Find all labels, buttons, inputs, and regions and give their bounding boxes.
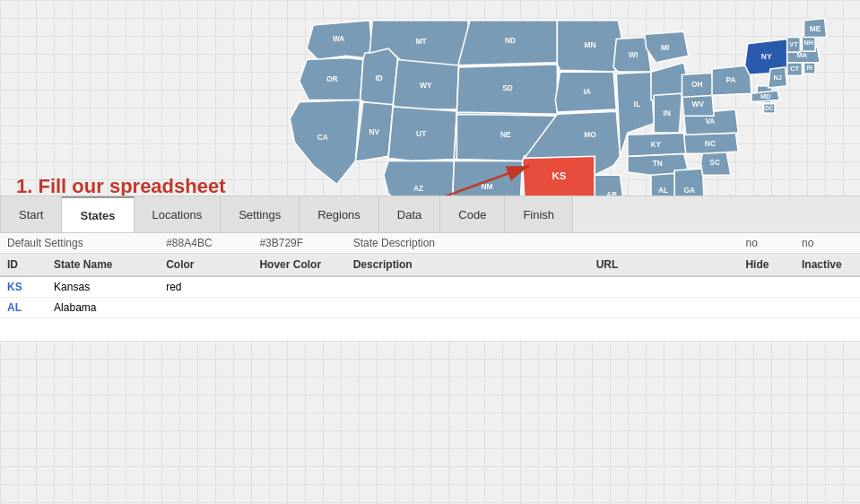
header-state-name: State Name xyxy=(47,254,159,277)
state-MN[interactable] xyxy=(557,21,622,73)
state-WA[interactable] xyxy=(307,21,372,60)
tab-locations[interactable]: Locations xyxy=(135,196,222,232)
tab-finish[interactable]: Finish xyxy=(505,196,573,232)
tab-settings[interactable]: Settings xyxy=(221,196,300,232)
state-UT[interactable] xyxy=(388,107,456,161)
default-hover-color: #3B729F xyxy=(252,233,345,254)
state-NV[interactable] xyxy=(355,102,393,161)
default-url xyxy=(589,233,739,254)
state-OR[interactable] xyxy=(300,57,363,100)
states-table: Default Settings #88A4BC #3B729F State D… xyxy=(0,233,860,318)
row-url-ks[interactable] xyxy=(589,276,739,298)
row-desc-al[interactable] xyxy=(346,298,589,318)
default-description: State Description xyxy=(346,233,589,254)
state-NJ[interactable] xyxy=(769,67,787,88)
state-ID[interactable] xyxy=(361,48,398,109)
header-color: Color xyxy=(159,254,252,277)
row-hide-al[interactable] xyxy=(738,298,795,318)
row-desc-ks[interactable] xyxy=(346,276,589,298)
row-inactive-ks[interactable] xyxy=(795,276,860,298)
state-KS[interactable] xyxy=(523,154,595,198)
default-settings-row: Default Settings #88A4BC #3B729F State D… xyxy=(0,233,860,254)
state-RI[interactable] xyxy=(804,63,816,74)
header-url: URL xyxy=(589,254,739,277)
tab-code[interactable]: Code xyxy=(440,196,505,232)
header-inactive: Inactive xyxy=(795,254,860,277)
header-description: Description xyxy=(346,254,589,277)
default-inactive: no xyxy=(795,233,860,254)
row-hover-al[interactable] xyxy=(252,298,345,318)
state-DC[interactable] xyxy=(764,104,776,113)
tab-data[interactable]: Data xyxy=(379,196,440,232)
table-row: AL Alabama xyxy=(0,298,860,318)
row-hide-ks[interactable] xyxy=(738,276,795,298)
row-color-al[interactable] xyxy=(159,298,252,318)
state-OH[interactable] xyxy=(682,73,715,97)
state-IN[interactable] xyxy=(654,93,682,133)
header-hover-color: Hover Color xyxy=(252,254,345,277)
table-row: KS Kansas red xyxy=(0,276,860,298)
tab-start[interactable]: Start xyxy=(0,196,62,232)
state-VT[interactable] xyxy=(787,37,801,52)
row-id-ks[interactable]: KS xyxy=(0,276,47,298)
state-IA[interactable] xyxy=(555,72,616,112)
row-id-al[interactable]: AL xyxy=(0,298,47,318)
row-color-ks[interactable]: red xyxy=(159,276,252,298)
table-header: ID State Name Color Hover Color Descript… xyxy=(0,254,860,277)
tab-regions[interactable]: Regions xyxy=(300,196,379,232)
row-name-ks: Kansas xyxy=(47,276,159,298)
tabs-container: Start States Locations Settings Regions … xyxy=(0,196,860,233)
states-table-container: Default Settings #88A4BC #3B729F State D… xyxy=(0,233,860,341)
state-CA[interactable] xyxy=(290,100,360,185)
state-KY[interactable] xyxy=(628,133,689,156)
state-WY[interactable] xyxy=(393,60,458,109)
default-color: #88A4BC xyxy=(159,233,252,254)
row-hover-ks[interactable] xyxy=(252,276,345,298)
state-SD[interactable] xyxy=(456,65,557,114)
state-ND[interactable] xyxy=(459,21,558,65)
state-CT[interactable] xyxy=(787,63,803,76)
default-hide: no xyxy=(738,233,795,254)
state-ME[interactable] xyxy=(804,19,827,38)
state-MI[interactable] xyxy=(645,31,689,63)
row-url-al[interactable] xyxy=(589,298,739,318)
header-id: ID xyxy=(0,254,47,277)
tab-states[interactable]: States xyxy=(62,196,134,232)
row-inactive-al[interactable] xyxy=(795,298,860,318)
row-name-al: Alabama xyxy=(47,298,159,318)
header-hide: Hide xyxy=(738,254,795,277)
state-MD[interactable] xyxy=(751,91,779,102)
default-label: Default Settings xyxy=(0,233,159,254)
state-PA[interactable] xyxy=(712,65,751,95)
